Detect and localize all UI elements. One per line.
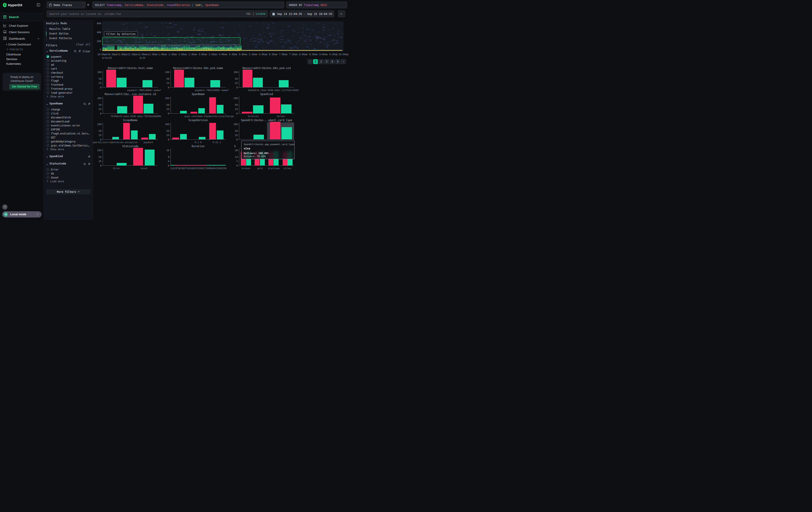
- page-button-3[interactable]: 3: [324, 59, 329, 64]
- filter-item-cart[interactable]: cart: [47, 67, 90, 71]
- filter-item-get[interactable]: GET: [47, 136, 90, 139]
- filter-item-error[interactable]: Error: [47, 168, 90, 171]
- filter-item-grpc-oteldemo-cartservic-[interactable]: grpc.oteldemo.CartServic…: [47, 144, 90, 147]
- filter-item-flagd[interactable]: flagd: [47, 79, 90, 83]
- load-more-button[interactable]: Load more: [47, 180, 64, 183]
- filter-group-header-spanname[interactable]: SpanName: [46, 102, 90, 105]
- filter-item-checkout[interactable]: checkout: [47, 71, 90, 75]
- filter-item-ad[interactable]: ad: [47, 63, 90, 66]
- search-icon[interactable]: [83, 162, 86, 166]
- page-next-button[interactable]: ›: [341, 59, 346, 64]
- filter-by-selection-button[interactable]: Filter by Selection: [104, 31, 138, 37]
- sidebar-item-chart-explorer[interactable]: Chart Explorer: [0, 23, 44, 29]
- checkbox[interactable]: [47, 140, 49, 143]
- checkbox[interactable]: [47, 87, 49, 90]
- run-query-button[interactable]: ▷: [338, 10, 345, 17]
- filter-item-getadsbycategory[interactable]: getAdsByCategory: [47, 140, 90, 143]
- get-started-button[interactable]: Get Started for Free: [9, 84, 39, 89]
- checkbox[interactable]: [47, 144, 49, 147]
- filter-item-frontend-proxy[interactable]: frontend-proxy: [47, 87, 90, 90]
- more-filters-button[interactable]: More filters: [46, 189, 91, 194]
- clear-filter-button[interactable]: Clear: [83, 50, 90, 53]
- search-icon[interactable]: [74, 49, 77, 53]
- checkbox[interactable]: [47, 168, 49, 171]
- checkbox[interactable]: [47, 63, 49, 66]
- local-mode-button[interactable]: U Local mode: [2, 211, 41, 217]
- filter-group-header-spankind[interactable]: SpanKind: [46, 155, 90, 158]
- checkbox[interactable]: [47, 91, 49, 94]
- analysis-mode-results-table[interactable]: Results Table: [49, 27, 87, 30]
- checkbox[interactable]: [47, 79, 49, 82]
- filter-item-documentload[interactable]: documentLoad: [47, 120, 90, 123]
- preset-item-services[interactable]: Services: [6, 57, 17, 61]
- filter-item-expire[interactable]: EXPIRE: [47, 128, 90, 131]
- preset-item-clickhouse[interactable]: ClickHouse: [6, 53, 21, 56]
- filter-item-documentfetch[interactable]: documentFetch: [47, 116, 90, 119]
- gear-icon[interactable]: ⚙: [87, 3, 89, 7]
- checkbox[interactable]: [47, 59, 49, 62]
- language-toggle[interactable]: SQL | Lucene: [246, 12, 265, 16]
- sidebar-item-client-sessions[interactable]: Client Sessions: [0, 29, 44, 35]
- pin-icon[interactable]: [88, 102, 90, 106]
- source-select[interactable]: Demo Traces ⌃⌄: [47, 2, 86, 8]
- page-button-4[interactable]: 4: [330, 59, 335, 64]
- help-button[interactable]: ?: [2, 204, 7, 210]
- show-more-button[interactable]: Show more: [47, 148, 64, 151]
- chart-plot: [103, 149, 158, 166]
- filter-item-ok[interactable]: Ok: [47, 172, 90, 176]
- presets-toggle[interactable]: PRESETS: [6, 48, 23, 51]
- filter-item-frontend[interactable]: frontend: [47, 83, 90, 87]
- preset-item-kubernetes[interactable]: Kubernetes: [6, 62, 21, 65]
- heatmap-selection-region[interactable]: [102, 37, 240, 45]
- page-prev-button[interactable]: ‹: [308, 59, 312, 64]
- checkbox[interactable]: [47, 83, 49, 86]
- checkbox[interactable]: [47, 136, 49, 139]
- checkbox[interactable]: [47, 124, 49, 127]
- sidebar-item-search[interactable]: Search: [0, 13, 44, 21]
- checkbox[interactable]: [47, 120, 49, 123]
- filter-group-header-statuscode[interactable]: StatusCode: [46, 162, 90, 165]
- page-button-2[interactable]: 2: [319, 59, 323, 64]
- search-icon[interactable]: [83, 102, 86, 106]
- pin-icon[interactable]: [88, 162, 90, 166]
- clear-all-button[interactable]: Clear all: [76, 43, 90, 46]
- checkbox[interactable]: [47, 75, 49, 78]
- checkbox[interactable]: [47, 108, 49, 111]
- heatmap-time-label: 11:00pm: [117, 53, 127, 56]
- checkbox[interactable]: [47, 172, 49, 175]
- select-query-input[interactable]: SELECT Timestamp, ServiceName, StatusCod…: [92, 2, 284, 8]
- checkbox[interactable]: [47, 67, 49, 70]
- checkbox[interactable]: [47, 112, 49, 115]
- show-more-button[interactable]: Show more: [47, 95, 64, 98]
- analysis-mode-event-deltas[interactable]: Event Deltas: [49, 32, 87, 35]
- date-range-picker[interactable]: Sep 14 22:04:35 - Sep 15 10:04:35: [270, 10, 334, 17]
- collapse-sidebar-icon[interactable]: [37, 3, 40, 7]
- filter-item-currency[interactable]: currency: [47, 75, 90, 79]
- pin-icon[interactable]: [88, 155, 90, 159]
- checkbox[interactable]: [47, 176, 49, 179]
- analysis-mode-event-patterns[interactable]: Event Patterns: [49, 37, 87, 40]
- sidebar-item-dashboards[interactable]: Dashboards: [0, 35, 44, 42]
- heatmap-canvas[interactable]: [102, 21, 344, 52]
- filter-item-eventlistener-error[interactable]: eventListener.error: [47, 124, 90, 127]
- pin-icon[interactable]: [78, 49, 81, 53]
- filter-item-click[interactable]: click: [47, 112, 90, 115]
- filter-item-change[interactable]: change: [47, 108, 90, 111]
- create-dashboard-button[interactable]: + Create Dashboard: [6, 43, 31, 46]
- checkbox[interactable]: [47, 132, 49, 135]
- search-input[interactable]: [47, 11, 268, 17]
- page-button-5[interactable]: 5: [335, 59, 340, 64]
- filter-item-load-generator[interactable]: load-generator: [47, 91, 90, 95]
- chart-xlabel: 1386792: [179, 167, 189, 170]
- checkbox[interactable]: [47, 71, 49, 74]
- filter-item-unset[interactable]: Unset: [47, 176, 90, 180]
- filter-group-header-servicename[interactable]: ServiceNameClear: [46, 49, 90, 53]
- checkbox[interactable]: [47, 128, 49, 131]
- filter-item-accounting[interactable]: accounting: [47, 59, 90, 62]
- filter-item-payment[interactable]: payment: [47, 55, 90, 58]
- checkbox[interactable]: [47, 55, 49, 58]
- checkbox[interactable]: [47, 116, 49, 119]
- order-by-input[interactable]: ORDER BY Timestamp DESC: [286, 2, 347, 8]
- filter-item-flagd-evaluation-v1-serv-[interactable]: flagd.evaluation.v1.Serv…: [47, 132, 90, 135]
- page-button-1[interactable]: 1: [313, 59, 318, 64]
